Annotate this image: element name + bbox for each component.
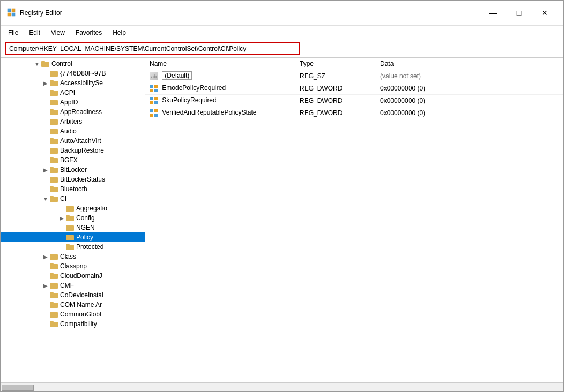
tree-item-backuprestore[interactable]: ▶ BackupRestore (1, 146, 145, 155)
expand-cmf[interactable]: ▶ (41, 281, 50, 290)
tree-item-audio[interactable]: ▶ Audio (1, 126, 145, 136)
expand-class[interactable]: ▶ (41, 252, 50, 261)
tree-label-acpi: ACPI (60, 89, 75, 96)
tree-label-ci: CI (60, 195, 66, 202)
menu-help[interactable]: Help (107, 27, 131, 39)
svg-rect-47 (50, 263, 54, 265)
table-row[interactable]: ab (Default) REG_SZ (value not set) (145, 70, 563, 82)
folder-icon-classpnp (50, 262, 58, 270)
tree-item-cmf[interactable]: ▶ CMF (1, 281, 145, 290)
tree-label-clouddomainj: CloudDomainJ (60, 272, 102, 280)
registry-table: Name Type Data ab (Default) REG_SZ (valu… (145, 58, 563, 119)
table-row[interactable]: SkuPolicyRequired REG_DWORD 0x00000000 (… (145, 95, 563, 107)
menu-file[interactable]: File (3, 27, 24, 39)
tree-item-arbiters[interactable]: ▶ Arbiters (1, 117, 145, 126)
svg-rect-45 (50, 254, 54, 255)
svg-rect-9 (50, 80, 54, 82)
app-icon (7, 8, 16, 18)
tree-label-bitlocker: BitLocker (60, 166, 87, 174)
menu-favorites[interactable]: Favorites (70, 27, 107, 39)
tree-item-class[interactable]: ▶ Class (1, 252, 145, 261)
tree-item-codeviceinstal[interactable]: ▶ CoDeviceInstal (1, 290, 145, 300)
tree-hscroll-thumb[interactable] (2, 385, 34, 391)
cell-name-verified: VerifiedAndReputablePolicyState (145, 107, 295, 119)
cell-data-sku: 0x00000000 (0) (376, 95, 563, 107)
close-button[interactable]: ✕ (532, 5, 557, 21)
folder-icon-audio (50, 127, 58, 135)
table-row[interactable]: EmodePolicyRequired REG_DWORD 0x00000000… (145, 82, 563, 95)
tree-label-class: Class (60, 253, 76, 260)
minimize-button[interactable]: — (481, 5, 506, 21)
maximize-button[interactable]: □ (507, 5, 531, 21)
cell-data-default: (value not set) (376, 70, 563, 82)
tree-item-ngen[interactable]: ▶ NGEN (1, 223, 145, 232)
tree-pane[interactable]: ▼ Control ▶ {7746D80F-97B ▶ (1, 58, 145, 382)
folder-icon-aggregatio (66, 204, 75, 213)
tree-label-bluetooth: Bluetooth (60, 185, 87, 193)
tree-item-appid[interactable]: ▶ AppID (1, 97, 145, 107)
svg-rect-2 (8, 13, 11, 16)
svg-rect-5 (41, 61, 45, 63)
main-window: Registry Editor — □ ✕ File Edit View Fav… (0, 0, 564, 392)
cell-type-emode: REG_DWORD (295, 82, 376, 95)
expand-accessibility[interactable]: ▶ (41, 79, 50, 87)
tree-label-backuprestore: BackupRestore (60, 147, 104, 154)
cell-name-default: ab (Default) (145, 70, 295, 82)
window-title: Registry Editor (20, 9, 62, 17)
folder-icon-bitlockerstatus (50, 175, 58, 184)
data-pane[interactable]: Name Type Data ab (Default) REG_SZ (valu… (145, 58, 563, 382)
tree-label-autoattach: AutoAttachVirt (60, 137, 101, 145)
table-row[interactable]: VerifiedAndReputablePolicyState REG_DWOR… (145, 107, 563, 119)
address-input[interactable] (5, 42, 300, 55)
folder-icon-bitlocker (50, 165, 58, 174)
tree-label-audio: Audio (60, 127, 77, 135)
expand-config[interactable]: ▶ (57, 214, 66, 222)
tree-item-bgfx[interactable]: ▶ BGFX (1, 155, 145, 165)
folder-icon-ci (50, 194, 58, 203)
expand-control[interactable]: ▼ (33, 59, 41, 68)
tree-item-appreadiness[interactable]: ▶ AppReadiness (1, 107, 145, 117)
tree-item-bitlockerstatus[interactable]: ▶ BitLockerStatus (1, 175, 145, 184)
data-hscroll[interactable] (145, 383, 563, 391)
tree-item-bluetooth[interactable]: ▶ Bluetooth (1, 184, 145, 194)
tree-item-classpnp[interactable]: ▶ Classpnp (1, 261, 145, 271)
svg-rect-23 (50, 148, 54, 149)
expand-ci[interactable]: ▼ (41, 194, 50, 203)
tree-item-protected[interactable]: ▶ Protected (1, 242, 145, 252)
tree-label-aggregatio: Aggregatio (76, 205, 107, 212)
tree-label-comname: COM Name Ar (60, 301, 102, 308)
folder-icon-bgfx (50, 156, 58, 164)
tree-hscroll[interactable] (1, 383, 145, 391)
expand-bitlocker[interactable]: ▶ (41, 165, 50, 174)
menu-view[interactable]: View (46, 27, 70, 39)
tree-item-bitlocker[interactable]: ▶ BitLocker (1, 165, 145, 175)
tree-item-compatibility[interactable]: ▶ Compatibility (1, 319, 145, 329)
tree-item-aggregatio[interactable]: ▶ Aggregatio (1, 203, 145, 213)
svg-rect-31 (50, 186, 54, 188)
tree-label-compatibility: Compatibility (60, 320, 97, 328)
svg-rect-51 (50, 283, 54, 284)
svg-rect-71 (154, 114, 158, 117)
svg-rect-57 (50, 312, 54, 313)
tree-item-commonglobl[interactable]: ▶ CommonGlobl (1, 310, 145, 319)
tree-item-clouddomainj[interactable]: ▶ CloudDomainJ (1, 271, 145, 281)
tree-item-autoattach[interactable]: ▶ AutoAttachVirt (1, 136, 145, 146)
svg-rect-13 (50, 100, 54, 101)
tree-item-comname[interactable]: ▶ COM Name Ar (1, 300, 145, 310)
tree-item-7746[interactable]: ▶ {7746D80F-97B (1, 69, 145, 78)
tree-item-policy[interactable]: ▶ Policy (1, 232, 145, 242)
cell-name-sku: SkuPolicyRequired (145, 95, 295, 107)
folder-icon-arbiters (50, 117, 58, 126)
folder-icon-policy (66, 233, 75, 242)
tree-item-accessibility[interactable]: ▶ AccessibilitySe (1, 78, 145, 88)
menu-edit[interactable]: Edit (24, 27, 46, 39)
folder-icon-commonglobl (50, 310, 58, 319)
tree-item-ci[interactable]: ▼ CI (1, 194, 145, 203)
svg-rect-39 (66, 225, 70, 227)
svg-rect-55 (50, 302, 54, 304)
tree-item-control[interactable]: ▼ Control (1, 59, 145, 69)
tree-item-config[interactable]: ▶ Config (1, 213, 145, 223)
folder-icon-comname (50, 300, 58, 309)
svg-rect-3 (12, 13, 15, 16)
tree-item-acpi[interactable]: ▶ ACPI (1, 88, 145, 97)
